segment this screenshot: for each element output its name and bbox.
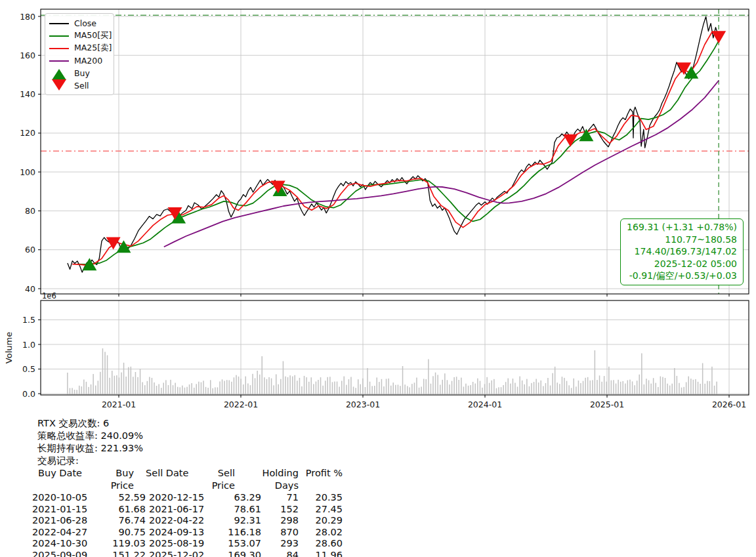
- volume-bar: [503, 385, 504, 394]
- volume-bar: [358, 379, 359, 394]
- volume-bar: [360, 384, 362, 394]
- trades-count-line: RTX 交易次数: 6: [32, 417, 400, 430]
- volume-bar: [442, 380, 444, 394]
- sell-swatch: [49, 81, 69, 91]
- volume-bar: [259, 375, 261, 394]
- legend-label-sell: Sell: [74, 81, 89, 91]
- volume-bar: [688, 377, 690, 394]
- volume-bar: [410, 387, 411, 394]
- volume-bar: [182, 386, 183, 394]
- volume-bar: [205, 387, 207, 394]
- volume-bar: [513, 379, 514, 394]
- trade-cell: 153.07: [211, 538, 261, 550]
- volume-bar: [287, 377, 289, 394]
- volume-bar: [318, 380, 319, 394]
- volume-bar: [711, 367, 713, 394]
- volume-bar: [437, 375, 438, 394]
- price-tick-label: 100: [20, 167, 35, 177]
- volume-bar: [587, 377, 589, 394]
- volume-bar: [641, 354, 642, 395]
- volume-bar: [501, 387, 502, 394]
- volume-bar: [306, 377, 307, 394]
- volume-bar: [449, 384, 450, 394]
- volume-bar: [672, 384, 673, 394]
- volume-bar: [362, 379, 364, 394]
- volume-bar: [194, 388, 195, 394]
- volume-bar: [543, 386, 544, 395]
- trade-row: 2022-04-2790.752024-09-13116.1887028.02: [32, 527, 400, 539]
- trade-cell: 119.03: [93, 538, 146, 550]
- volume-bar: [461, 378, 462, 394]
- ma25-line-swatch: [49, 48, 69, 49]
- info-box-line: 2025-12-02 05:00: [627, 258, 737, 270]
- trade-table-body: 2020-10-0552.592020-12-1563.297120.35202…: [32, 492, 400, 557]
- volume-bar: [419, 388, 420, 394]
- volume-bar: [616, 384, 617, 395]
- volume-bar: [350, 377, 352, 395]
- volume-bar: [639, 375, 640, 394]
- volume-bar: [125, 377, 127, 394]
- volume-bar: [226, 380, 228, 394]
- volume-bar: [234, 377, 235, 394]
- volume-bar: [355, 388, 356, 394]
- volume-bar: [217, 387, 219, 394]
- volume-bar: [510, 384, 511, 394]
- volume-bar: [472, 382, 474, 394]
- volume-bar: [484, 384, 486, 394]
- volume-bar: [219, 381, 220, 394]
- volume-bar: [595, 350, 596, 394]
- volume-bar: [470, 385, 471, 394]
- volume-bar: [74, 390, 75, 394]
- volume-tick-label: 0.0: [22, 389, 35, 399]
- volume-bar: [465, 384, 467, 394]
- price-tick-label: 40: [25, 284, 35, 294]
- volume-bar: [348, 379, 350, 394]
- volume-bar: [709, 381, 711, 394]
- trade-cell: 2022-04-22: [146, 515, 211, 527]
- volume-bar: [637, 381, 638, 394]
- volume-bar: [168, 385, 169, 394]
- volume-bar: [327, 377, 329, 394]
- legend-label-ma200: MA200: [74, 56, 102, 66]
- volume-bar: [215, 387, 216, 394]
- volume-bar: [334, 382, 335, 395]
- volume-bar: [627, 381, 629, 395]
- trade-cell: 90.75: [93, 527, 146, 539]
- volume-bar: [421, 386, 422, 394]
- volume-bar: [320, 377, 322, 394]
- volume-bar: [496, 388, 497, 394]
- volume-bar: [578, 381, 579, 394]
- volume-bar: [337, 382, 338, 395]
- volume-bar: [266, 379, 268, 394]
- volume-bar: [611, 381, 612, 394]
- volume-bar: [243, 384, 244, 394]
- volume-bar: [529, 386, 530, 394]
- trade-cell: 2025-09-09: [32, 550, 93, 557]
- volume-bar: [292, 377, 293, 394]
- info-box-line: 110.77~180.58: [627, 234, 737, 246]
- volume-bar: [440, 384, 441, 394]
- trade-row: 2024-10-30119.032025-08-19153.0729328.60: [32, 538, 400, 550]
- volume-bar: [273, 385, 274, 394]
- volume-bar: [365, 387, 366, 394]
- volume-bar: [353, 386, 354, 394]
- volume-bar: [716, 382, 717, 394]
- volume-bar: [555, 367, 556, 394]
- trade-cell: 2024-10-30: [32, 538, 93, 550]
- volume-bar: [255, 378, 256, 394]
- volume-bar: [149, 377, 150, 395]
- volume-bar: [114, 376, 116, 394]
- ma200-swatch: [49, 60, 69, 62]
- trade-cell: 63.29: [211, 492, 261, 504]
- price-tick-label: 180: [20, 12, 35, 22]
- volume-bar: [653, 378, 654, 394]
- volume-bar: [322, 386, 324, 394]
- volume-bar: [137, 377, 138, 394]
- volume-bar: [152, 378, 153, 394]
- volume-bar: [492, 381, 493, 394]
- trade-cell: 2021-06-28: [32, 515, 93, 527]
- trade-cell: 2020-10-05: [32, 492, 93, 504]
- trade-cell: 27.45: [299, 504, 343, 516]
- volume-bar: [257, 371, 258, 394]
- volume-bar: [311, 377, 312, 394]
